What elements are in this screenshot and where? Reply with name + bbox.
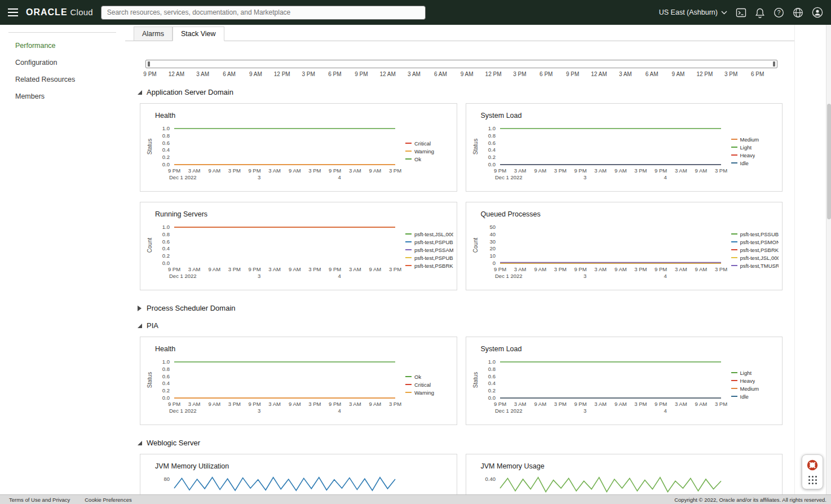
svg-text:3 AM: 3 AM: [674, 167, 687, 174]
svg-text:4: 4: [338, 174, 341, 180]
support-widget[interactable]: [802, 454, 823, 489]
tab-stack-view[interactable]: Stack View: [173, 26, 224, 41]
cookie-preferences-link[interactable]: Cookie Preferences: [85, 497, 131, 503]
chart-card-asd-system-load: System Load Status1.00.80.60.40.20.09 PM…: [466, 103, 783, 192]
legend-label: Medium: [740, 136, 759, 143]
collapse-expanded-icon: [138, 324, 142, 328]
section-title: Weblogic Server: [147, 439, 200, 447]
svg-text:9 PM: 9 PM: [493, 167, 506, 174]
notifications-icon[interactable]: [755, 7, 765, 18]
wl-jvm-usage-plot: 0.40: [471, 475, 731, 494]
legend-swatch: [731, 265, 737, 266]
svg-text:3 PM: 3 PM: [714, 266, 727, 272]
svg-text:1.0: 1.0: [162, 125, 170, 131]
svg-text:9 PM: 9 PM: [574, 401, 586, 407]
terms-link[interactable]: Terms of Use and Privacy: [9, 497, 70, 503]
svg-text:Status: Status: [472, 139, 479, 154]
legend-swatch: [405, 233, 412, 235]
legend-label: psft-test,PSSUBDS...: [740, 231, 779, 237]
menu-icon[interactable]: [0, 0, 26, 25]
legend-swatch: [731, 139, 737, 140]
stack-view-panel: 9 PM12 AM3 AM6 AM9 AM12 PM3 PM6 PM9 PM12…: [125, 41, 794, 494]
legend-item: Warning: [405, 148, 453, 154]
section-application-server-domain[interactable]: Application Server Domain: [138, 88, 794, 96]
svg-text:9 PM: 9 PM: [493, 401, 506, 407]
svg-text:1.0: 1.0: [162, 359, 170, 365]
oracle-cloud-logo[interactable]: ORACLECloud: [26, 7, 93, 17]
language-icon[interactable]: [793, 7, 803, 18]
svg-text:3 AM: 3 AM: [349, 266, 361, 272]
section-weblogic-server[interactable]: Weblogic Server: [138, 439, 794, 447]
page-scrollbar[interactable]: [826, 25, 831, 494]
svg-text:3 AM: 3 AM: [594, 167, 607, 174]
tab-alarms[interactable]: Alarms: [134, 26, 173, 41]
scrollbar-thumb[interactable]: [827, 104, 831, 219]
svg-text:3 AM: 3 AM: [674, 401, 687, 407]
svg-text:3 PM: 3 PM: [389, 401, 401, 407]
svg-text:3: 3: [258, 408, 260, 414]
svg-text:9 AM: 9 AM: [208, 401, 220, 407]
sidebar-item-related-resources[interactable]: Related Resources: [8, 71, 125, 88]
collapse-expanded-icon: [138, 90, 142, 95]
sidebar-item-configuration[interactable]: Configuration: [8, 54, 125, 71]
legend-label: Critical: [414, 382, 431, 388]
legend-item: psft-test,TMUSRE...: [731, 263, 779, 269]
timeline-tick-label: 6 PM: [751, 71, 764, 77]
sidebar-item-performance[interactable]: Performance: [8, 37, 125, 54]
legend-swatch: [731, 372, 737, 373]
svg-text:9 PM: 9 PM: [168, 167, 180, 174]
cli-console-icon[interactable]: [736, 7, 746, 18]
search-input[interactable]: [101, 6, 426, 20]
asd-row-2: Running Servers Count1.00.80.60.40.20.09…: [140, 202, 783, 290]
asd-system-load-legend: MediumLightHeavyIdle: [731, 115, 779, 187]
region-label: US East (Ashburn): [659, 8, 718, 16]
svg-text:3 AM: 3 AM: [349, 167, 361, 174]
svg-text:4: 4: [664, 408, 666, 414]
svg-text:4: 4: [338, 273, 341, 279]
legend-label: Heavy: [740, 378, 755, 384]
chart-card-queued-processes: Queued Processes Count504030201009 PM3 A…: [466, 202, 783, 290]
svg-text:9 PM: 9 PM: [654, 401, 666, 407]
sidebar: PerformanceConfigurationRelated Resource…: [0, 25, 125, 494]
svg-text:3: 3: [258, 273, 260, 279]
svg-text:9 PM: 9 PM: [168, 401, 180, 407]
svg-text:1.0: 1.0: [488, 359, 495, 365]
svg-text:0.6: 0.6: [162, 373, 170, 379]
legend-label: psft-test,JSL,00095...: [740, 255, 779, 261]
help-icon[interactable]: ?: [773, 7, 784, 18]
timeline-tick-row: 9 PM12 AM3 AM6 AM9 AM12 PM3 PM6 PM9 PM12…: [145, 71, 778, 79]
timeline-tick-label: 3 PM: [302, 71, 315, 77]
svg-text:0.2: 0.2: [488, 387, 495, 394]
legend-label: psft-test,PSSAMS...: [414, 247, 453, 253]
svg-text:0.0: 0.0: [488, 161, 495, 167]
region-selector[interactable]: US East (Ashburn): [659, 8, 727, 16]
section-pia[interactable]: PIA: [138, 321, 794, 330]
svg-text:3 PM: 3 PM: [389, 266, 401, 272]
collapse-collapsed-icon: [138, 306, 142, 311]
section-process-scheduler-domain[interactable]: Process Scheduler Domain: [138, 304, 794, 312]
legend-swatch: [731, 388, 737, 389]
copyright-text: Copyright © 2022, Oracle and/or its affi…: [674, 497, 826, 503]
legend-item: Light: [731, 144, 779, 151]
collapse-expanded-icon: [138, 441, 142, 445]
footer: Terms of Use and Privacy Cookie Preferen…: [0, 494, 831, 504]
time-range-slider[interactable]: [145, 60, 777, 68]
sidebar-item-members[interactable]: Members: [8, 88, 125, 105]
slider-handle-right[interactable]: [773, 61, 775, 67]
slider-handle-left[interactable]: [148, 61, 150, 67]
svg-text:0.8: 0.8: [162, 132, 170, 139]
legend-item: psft-test,PSPUBHN...: [405, 239, 453, 245]
legend-swatch: [731, 233, 737, 235]
svg-text:0.6: 0.6: [488, 373, 495, 379]
svg-text:0.2: 0.2: [162, 253, 170, 259]
profile-icon[interactable]: [812, 7, 823, 18]
legend-swatch: [731, 257, 737, 258]
svg-text:0.4: 0.4: [488, 147, 495, 153]
timeline-tick-label: 9 AM: [249, 71, 262, 77]
svg-text:3 AM: 3 AM: [188, 401, 201, 407]
timeline-tick-label: 12 PM: [274, 71, 290, 77]
legend-swatch: [405, 384, 412, 385]
timeline-tick-label: 3 AM: [619, 71, 632, 77]
legend-swatch: [405, 249, 412, 250]
legend-item: psft-test,PSPUBDS...: [405, 255, 453, 261]
